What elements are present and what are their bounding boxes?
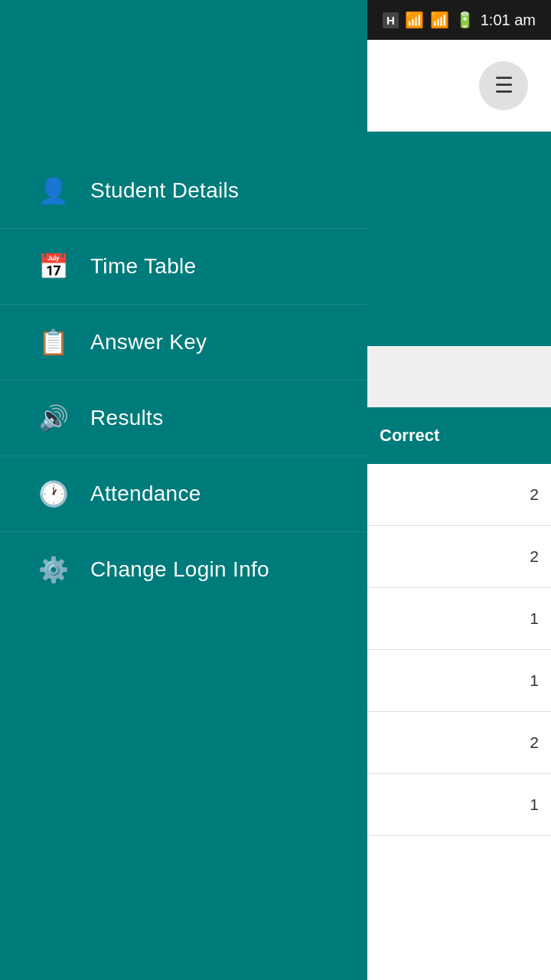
menu-button[interactable]: ☰ [479,61,528,110]
h-icon: H [383,12,399,28]
signal1-icon: 📶 [405,11,424,29]
correct-value-5: 2 [367,712,551,774]
time-table-label: Time Table [90,254,196,279]
hamburger-icon: ☰ [494,75,514,96]
navigation-drawer: 👤 Student Details 📅 Time Table 📋 Answer … [0,0,367,980]
correct-value-6: 1 [367,774,551,836]
timetable-icon: 📅 [38,252,69,281]
results-icon: 🔊 [38,403,69,433]
drawer-item-student-details[interactable]: 👤 Student Details [0,153,367,229]
drawer-item-change-login[interactable]: ⚙️ Change Login Info [0,532,367,607]
correct-value-4: 1 [367,650,551,712]
answer-key-label: Answer Key [90,330,207,354]
attendance-label: Attendance [90,482,201,506]
attendance-icon: 🕐 [38,479,69,508]
light-area [367,346,551,407]
student-details-label: Student Details [90,178,239,203]
drawer-item-time-table[interactable]: 📅 Time Table [0,229,367,305]
student-icon: 👤 [38,176,69,205]
status-right-area: H 📶 📶 🔋 1:01 am [383,11,536,29]
content-peek: Correct 2 2 1 1 2 1 [367,132,551,980]
correct-values: 2 2 1 1 2 1 [367,464,551,836]
teal-area [367,132,551,346]
table-header-peek: Correct [367,407,551,464]
correct-col-header: Correct [380,426,439,446]
answer-key-icon: 📋 [38,328,69,357]
drawer-item-attendance[interactable]: 🕐 Attendance [0,456,367,532]
correct-value-1: 2 [367,464,551,526]
correct-value-2: 2 [367,526,551,588]
correct-value-3: 1 [367,588,551,650]
drawer-item-results[interactable]: 🔊 Results [0,381,367,456]
battery-icon: 🔋 [455,11,474,29]
results-label: Results [90,406,163,430]
change-login-label: Change Login Info [90,557,269,582]
signal2-icon: 📶 [430,11,449,29]
status-time: 1:01 am [481,11,536,29]
drawer-item-answer-key[interactable]: 📋 Answer Key [0,305,367,381]
settings-icon: ⚙️ [38,555,69,584]
